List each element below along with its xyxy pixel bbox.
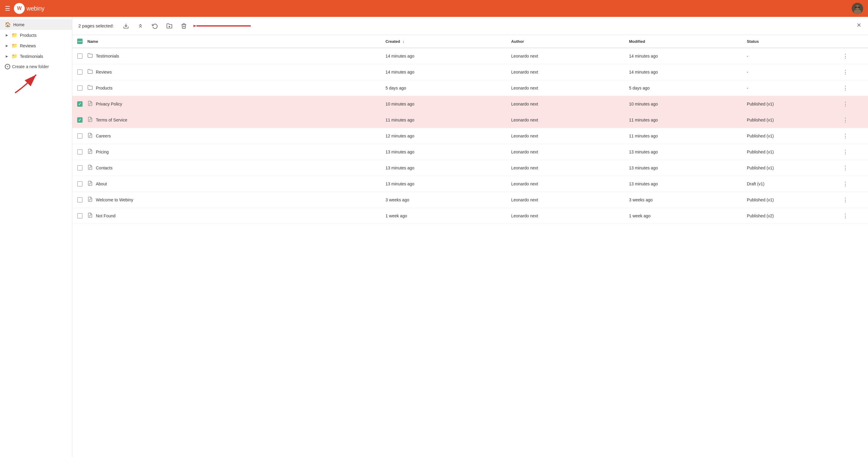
select-all-checkbox[interactable]: — [77,38,83,44]
row-checkbox[interactable] [77,149,83,155]
row-checkbox-cell[interactable] [72,144,83,160]
row-status: - [742,80,836,96]
created-column-label: Created [385,39,400,44]
row-name-cell: Pricing [83,144,381,160]
create-folder-button[interactable]: + Create a new folder [0,61,72,72]
table-row: Careers12 minutes agoLeonardo next11 min… [72,128,868,144]
row-created: 14 minutes ago [381,64,506,80]
col-header-created[interactable]: Created ↓ [381,35,506,48]
file-icon [87,181,93,187]
row-checkbox-cell[interactable]: ✓ [72,96,83,112]
row-created: 13 minutes ago [381,144,506,160]
row-checkbox[interactable] [77,69,83,75]
file-icon [87,149,93,155]
folder-icon: 📁 [11,43,18,49]
row-modified: 14 minutes ago [624,48,742,64]
row-checkbox-cell[interactable] [72,208,83,224]
row-created: 13 minutes ago [381,160,506,176]
row-author: Leonardo next [506,48,624,64]
row-more-button[interactable]: ⋮ [841,84,849,92]
sidebar-item-home[interactable]: 🏠 Home [0,19,72,30]
menu-icon[interactable]: ☰ [5,5,10,12]
row-more-button[interactable]: ⋮ [841,100,849,108]
row-created: 14 minutes ago [381,48,506,64]
close-button[interactable] [856,22,862,30]
row-actions-cell: ⋮ [836,144,868,160]
user-avatar[interactable] [852,3,863,14]
row-name-cell: Not Found [83,208,381,224]
sidebar-products-label: Products [20,33,36,38]
sidebar-item-products[interactable]: ▶ 📁 Products [0,30,72,40]
row-name-text: Not Found [96,213,116,218]
row-status: Published (v1) [742,128,836,144]
sort-indicator: ↓ [402,39,404,44]
restore-button[interactable] [150,21,160,31]
sidebar: 🏠 Home ▶ 📁 Products ▶ 📁 Reviews ▶ 📁 Test… [0,17,72,457]
row-checkbox-cell[interactable] [72,176,83,192]
row-author: Leonardo next [506,96,624,112]
row-checkbox-cell[interactable] [72,192,83,208]
row-more-button[interactable]: ⋮ [841,52,849,60]
row-checkbox-cell[interactable]: ✓ [72,112,83,128]
row-more-button[interactable]: ⋮ [841,164,849,172]
row-checkbox[interactable] [77,213,83,218]
row-checkbox-cell[interactable] [72,128,83,144]
row-status: Published (v1) [742,144,836,160]
header-checkbox-cell[interactable]: — [72,35,83,48]
file-icon [87,101,93,107]
move-to-top-button[interactable] [135,21,145,31]
logo-badge: W [14,3,25,14]
sidebar-reviews-label: Reviews [20,43,36,48]
row-checkbox[interactable] [77,181,83,187]
row-more-button[interactable]: ⋮ [841,196,849,204]
row-checkbox-cell[interactable] [72,64,83,80]
row-actions-cell: ⋮ [836,112,868,128]
row-name-cell: Privacy Policy [83,96,381,112]
table-header-row: — Name Created ↓ Author [72,35,868,48]
sidebar-item-testimonials[interactable]: ▶ 📁 Testimonials [0,51,72,61]
app-header: ☰ W webiny [0,0,868,17]
move-to-folder-button[interactable] [164,21,174,31]
row-more-button[interactable]: ⋮ [841,180,849,188]
row-created: 1 week ago [381,208,506,224]
row-actions-cell: ⋮ [836,160,868,176]
row-more-button[interactable]: ⋮ [841,132,849,140]
row-name-cell: Testimonials [83,48,381,64]
row-checkbox-cell[interactable] [72,80,83,96]
row-checkbox[interactable] [77,197,83,203]
row-more-button[interactable]: ⋮ [841,116,849,124]
row-more-button[interactable]: ⋮ [841,212,849,220]
row-name-cell: Products [83,80,381,96]
row-checkbox[interactable] [77,165,83,171]
row-checkbox[interactable]: ✓ [77,101,83,107]
selection-toolbar: 2 pages selected: [72,17,868,35]
row-checkbox[interactable] [77,85,83,91]
download-button[interactable] [121,21,131,31]
app-layout: 🏠 Home ▶ 📁 Products ▶ 📁 Reviews ▶ 📁 Test… [0,17,868,457]
folder-icon [87,69,93,75]
status-column-label: Status [747,39,759,44]
row-checkbox[interactable] [77,53,83,59]
row-author: Leonardo next [506,64,624,80]
row-modified: 11 minutes ago [624,112,742,128]
row-checkbox-cell[interactable] [72,48,83,64]
delete-button[interactable] [179,21,189,31]
row-checkbox-cell[interactable] [72,160,83,176]
row-name-text: Reviews [96,70,112,74]
row-actions-cell: ⋮ [836,176,868,192]
svg-rect-4 [858,7,860,8]
row-more-button[interactable]: ⋮ [841,68,849,76]
row-status: Published (v1) [742,192,836,208]
table-row: Welcome to Webiny3 weeks agoLeonardo nex… [72,192,868,208]
row-status: Draft (v1) [742,176,836,192]
row-more-button[interactable]: ⋮ [841,148,849,156]
home-icon: 🏠 [5,22,11,27]
row-checkbox[interactable] [77,133,83,139]
row-status: - [742,48,836,64]
row-checkbox[interactable]: ✓ [77,117,83,123]
col-header-name: Name [83,35,381,48]
sidebar-item-reviews[interactable]: ▶ 📁 Reviews [0,40,72,51]
row-modified: 13 minutes ago [624,144,742,160]
row-name-cell: Contacts [83,160,381,176]
row-author: Leonardo next [506,144,624,160]
